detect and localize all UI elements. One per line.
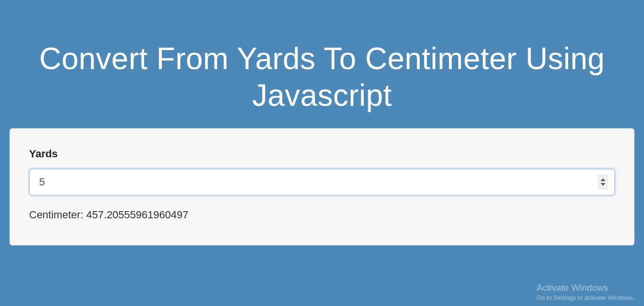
yards-input[interactable] bbox=[29, 169, 615, 195]
page-title: Convert From Yards To Centimeter Using J… bbox=[10, 41, 634, 114]
number-spinner bbox=[598, 174, 608, 190]
watermark-subtitle: Go to Settings to activate Windows. bbox=[537, 294, 634, 301]
spinner-up-icon[interactable] bbox=[601, 178, 605, 181]
watermark-title: Activate Windows bbox=[537, 283, 634, 293]
spinner-down-icon[interactable] bbox=[601, 183, 605, 186]
converter-card: Yards Centimeter: 457.20555961960497 bbox=[10, 128, 634, 245]
windows-watermark: Activate Windows Go to Settings to activ… bbox=[537, 283, 634, 301]
yards-input-wrapper bbox=[29, 169, 615, 195]
centimeter-result: Centimeter: 457.20555961960497 bbox=[29, 209, 615, 221]
yards-label: Yards bbox=[29, 148, 615, 160]
